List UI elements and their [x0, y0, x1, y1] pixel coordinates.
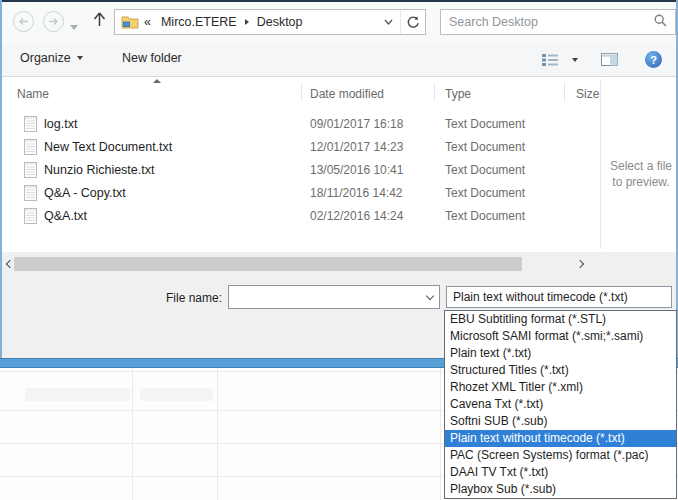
file-rows: log.txt 09/01/2017 16:18 Text Document N…	[2, 113, 600, 228]
file-type-listbox: EBU Subtitling format (*.STL)Microsoft S…	[444, 310, 677, 499]
file-name-text: New Text Document.txt	[44, 140, 172, 154]
text-file-icon	[24, 208, 37, 227]
file-row[interactable]: Q&A.txt 02/12/2016 14:24 Text Document	[2, 205, 600, 228]
search-icon[interactable]	[654, 14, 667, 30]
preview-pane-icon[interactable]	[601, 53, 618, 66]
breadcrumb-overflow[interactable]: «	[139, 15, 156, 29]
file-type-text: Text Document	[445, 163, 525, 177]
command-bar: Organize New folder	[2, 44, 676, 77]
file-name-input[interactable]	[229, 290, 421, 304]
address-dropdown-icon[interactable]	[376, 10, 400, 34]
file-row[interactable]: Q&A - Copy.txt 18/11/2016 14:42 Text Doc…	[2, 182, 600, 205]
window-border-top	[0, 0, 678, 2]
search-input[interactable]	[441, 15, 646, 29]
file-name-text: Q&A.txt	[44, 209, 87, 223]
file-name-text: Nunzio Richieste.txt	[44, 163, 154, 177]
preview-message: Select a file to preview.	[604, 158, 678, 190]
text-file-icon	[24, 162, 37, 181]
file-date-modified-text: 09/01/2017 16:18	[310, 117, 403, 131]
refresh-icon[interactable]	[400, 10, 425, 34]
organize-label: Organize	[20, 51, 71, 65]
forward-button[interactable]	[43, 11, 64, 32]
grid-vline	[132, 368, 133, 500]
breadcrumb-item-desktop[interactable]: Desktop	[252, 15, 308, 29]
window-border-left	[0, 0, 2, 368]
file-date-modified-text: 18/11/2016 14:42	[310, 186, 403, 200]
file-date-modified-text: 02/12/2016 14:24	[310, 209, 403, 223]
scroll-right-icon[interactable]	[576, 259, 586, 269]
file-type-text: Text Document	[445, 140, 525, 154]
text-file-icon	[24, 185, 37, 204]
grid-vline	[217, 368, 218, 500]
new-folder-label: New folder	[122, 51, 182, 65]
file-type-option[interactable]: EBU Subtitling format (*.STL)	[445, 311, 676, 328]
file-row[interactable]: log.txt 09/01/2017 16:18 Text Document	[2, 113, 600, 136]
file-type-option[interactable]: Playbox Sub (*.sub)	[445, 481, 676, 498]
file-name-dropdown-icon[interactable]	[421, 296, 439, 299]
grid-vline	[440, 368, 441, 500]
column-header-size[interactable]: Size	[576, 87, 599, 101]
file-name-text: Q&A - Copy.txt	[44, 186, 126, 200]
grid-cell-highlight	[140, 388, 213, 401]
column-header-name[interactable]: Name	[17, 87, 49, 101]
file-type-option[interactable]: DAAI TV Txt (*.txt)	[445, 464, 676, 481]
column-header-date-modified[interactable]: Date modified	[310, 87, 384, 101]
preview-pane-divider	[600, 79, 601, 249]
file-date-modified-text: 13/05/2016 10:41	[310, 163, 403, 177]
file-name-label: File name:	[102, 291, 222, 305]
file-name-text: log.txt	[44, 117, 77, 131]
navigation-toolbar: « Mirco.ETERE Desktop	[2, 2, 676, 44]
column-separator[interactable]	[301, 82, 302, 102]
chevron-down-icon	[77, 56, 83, 60]
column-separator[interactable]	[434, 82, 435, 102]
file-type-combobox[interactable]: Plain text without timecode (*.txt)	[446, 286, 672, 308]
file-type-option[interactable]: Plain text without timecode (*.txt)	[445, 430, 676, 447]
file-type-text: Text Document	[445, 186, 525, 200]
up-button[interactable]	[92, 11, 107, 31]
open-file-dialog: « Mirco.ETERE Desktop	[0, 0, 678, 500]
file-type-text: Text Document	[445, 117, 525, 131]
file-type-option[interactable]: Plain text (*.txt)	[445, 345, 676, 362]
view-dropdown-icon[interactable]	[572, 58, 578, 62]
address-bar-tools	[376, 10, 425, 34]
organize-button[interactable]: Organize	[20, 51, 83, 65]
file-type-option[interactable]: Microsoft SAMI format (*.smi;*.sami)	[445, 328, 676, 345]
new-folder-button[interactable]: New folder	[122, 51, 182, 65]
file-type-option[interactable]: Cavena Txt (*.txt)	[445, 396, 676, 413]
scroll-left-icon[interactable]	[4, 259, 14, 269]
file-name-combobox[interactable]	[228, 285, 440, 309]
search-box[interactable]	[440, 9, 676, 35]
file-list-pane: Name Date modified Type Size log.txt 09/…	[2, 77, 676, 252]
file-type-option[interactable]: Rhozet XML Titler (*.xml)	[445, 379, 676, 396]
recent-locations-icon[interactable]	[70, 19, 78, 33]
breadcrumb-item-user[interactable]: Mirco.ETERE	[156, 15, 242, 29]
breadcrumb-separator-icon[interactable]	[245, 19, 249, 25]
file-type-option[interactable]: PAC (Screen Systems) format (*.pac)	[445, 447, 676, 464]
change-view-icon[interactable]	[542, 53, 558, 66]
sort-ascending-icon	[153, 79, 161, 83]
column-header-type[interactable]: Type	[445, 87, 471, 101]
folder-icon	[121, 15, 139, 29]
file-type-option[interactable]: Softni SUB (*.sub)	[445, 413, 676, 430]
file-row[interactable]: New Text Document.txt 12/01/2017 14:23 T…	[2, 136, 600, 159]
back-button[interactable]	[13, 11, 34, 32]
text-file-icon	[24, 116, 37, 135]
grid-cell-highlight	[25, 388, 130, 401]
column-separator[interactable]	[564, 82, 565, 102]
help-icon[interactable]: ?	[645, 51, 662, 68]
file-type-option[interactable]: Structured Titles (*.txt)	[445, 362, 676, 379]
file-date-modified-text: 12/01/2017 14:23	[310, 140, 403, 154]
file-row[interactable]: Nunzio Richieste.txt 13/05/2016 10:41 Te…	[2, 159, 600, 182]
file-type-text: Text Document	[445, 209, 525, 223]
horizontal-scrollbar-thumb[interactable]	[14, 257, 522, 271]
text-file-icon	[24, 139, 37, 158]
address-bar[interactable]: « Mirco.ETERE Desktop	[114, 9, 426, 35]
